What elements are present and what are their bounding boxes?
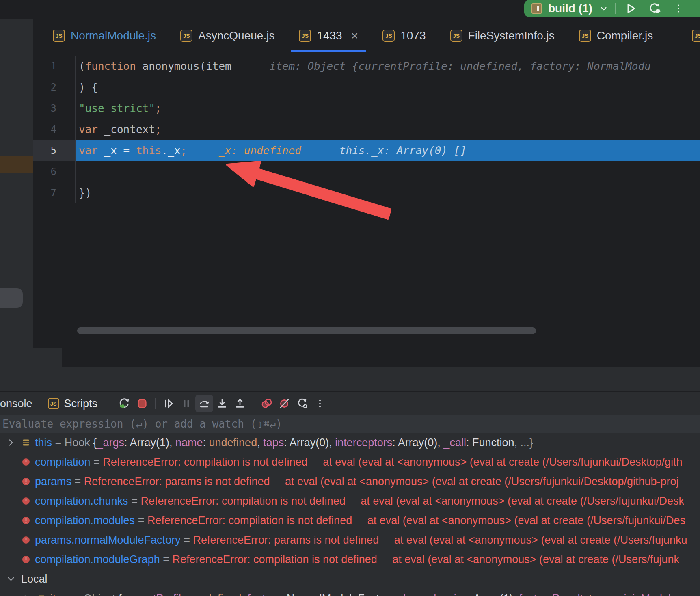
js-file-icon: JS (450, 30, 462, 42)
evaluate-placeholder: Evaluate expression (↵) or add a watch (… (0, 418, 282, 430)
npm-icon (531, 3, 542, 14)
stripe-highlight (0, 156, 33, 173)
stop-icon[interactable] (133, 395, 151, 412)
tree-section-row[interactable]: Local (0, 569, 700, 589)
tool-window-tab-stub[interactable] (0, 348, 62, 367)
run-widget[interactable]: build (1) (524, 0, 700, 17)
view-breakpoints-icon[interactable] (257, 395, 275, 412)
error-icon (21, 457, 31, 467)
tab-1073[interactable]: JS1073 (370, 19, 438, 52)
tree-row[interactable]: params = ReferenceError: params is not d… (0, 472, 700, 491)
js-file-icon: JS (299, 30, 311, 42)
divider (155, 398, 156, 409)
code-text[interactable]: var _x = this._x; _x: undefined this._x:… (76, 140, 700, 161)
tab-1433[interactable]: JS1433× (287, 19, 370, 52)
code-text[interactable]: var _context; (76, 119, 700, 140)
code-line[interactable]: 2) { (33, 77, 700, 98)
js-file-icon: JS (579, 30, 591, 42)
step-over-icon[interactable] (195, 395, 213, 412)
editor-tab-bar: JSNormalModule.jsJSAsyncQueue.jsJS1433×J… (0, 19, 700, 52)
evaluate-expression-input[interactable]: Evaluate expression (↵) or add a watch (… (0, 415, 700, 433)
step-out-icon[interactable] (231, 395, 249, 412)
run-config-label[interactable]: build (1) (548, 2, 592, 15)
tree-row[interactable]: compilation.chunks = ReferenceError: com… (0, 491, 700, 511)
code-text[interactable]: }) (76, 182, 700, 203)
line-number[interactable]: 7 (33, 182, 76, 203)
js-file-icon: JS (180, 30, 192, 42)
js-file-icon: JS (48, 398, 59, 409)
more-options-icon[interactable] (311, 395, 329, 412)
pause-icon[interactable] (177, 395, 195, 412)
tab-label: Compiler.js (597, 29, 653, 42)
tool-window-button[interactable] (0, 288, 23, 308)
horizontal-scrollbar[interactable] (77, 327, 536, 334)
tree-row[interactable]: this = Hook {_args: Array(1), name: unde… (0, 433, 700, 452)
code-text[interactable] (76, 161, 700, 182)
debug-panel: onsole JS Scripts (0, 367, 700, 596)
tab-NormalModule.js[interactable]: JSNormalModule.js (41, 19, 168, 52)
code-text[interactable]: (function anonymous(item item: Object {c… (76, 56, 700, 77)
line-number[interactable]: 1 (33, 56, 76, 77)
variable-text: item = Object {currentProfile: undefined… (50, 592, 680, 596)
variables-tree: this = Hook {_args: Array(1), name: unde… (0, 433, 700, 596)
line-number[interactable]: 5 (33, 140, 76, 161)
variable-text: this = Hook {_args: Array(1), name: unde… (35, 436, 533, 449)
code-text[interactable]: ) { (76, 77, 700, 98)
tree-row[interactable]: compilation.moduleGraph = ReferenceError… (0, 550, 700, 569)
tree-row[interactable]: compilation = ReferenceError: compilatio… (0, 452, 700, 472)
error-icon (21, 535, 31, 545)
variable-text: params.normalModuleFactory = ReferenceEr… (35, 534, 687, 546)
tab-FileSystemInfo.js[interactable]: JSFileSystemInfo.js (438, 19, 567, 52)
tree-row[interactable]: params.normalModuleFactory = ReferenceEr… (0, 530, 700, 550)
tab-label: FileSystemInfo.js (468, 29, 555, 42)
code-editor[interactable]: 1(function anonymous(item item: Object {… (33, 52, 700, 348)
rerun-debug-icon[interactable] (646, 0, 663, 17)
mute-breakpoints-icon[interactable] (275, 395, 293, 412)
rerun-debug-icon[interactable] (115, 395, 133, 412)
console-tab[interactable]: onsole (0, 397, 32, 410)
run-icon[interactable] (622, 0, 640, 17)
line-number[interactable]: 2 (33, 77, 76, 98)
chevron-down-icon[interactable] (6, 574, 16, 584)
step-into-icon[interactable] (213, 395, 231, 412)
tab-label: 1433 (317, 29, 342, 42)
chevron-down-icon[interactable] (598, 3, 609, 14)
code-line[interactable]: 7}) (33, 182, 700, 203)
js-file-icon: JS (382, 30, 395, 42)
error-icon (21, 516, 31, 525)
code-line[interactable]: 4var _context; (33, 119, 700, 140)
code-line[interactable]: 1(function anonymous(item item: Object {… (33, 56, 700, 77)
chevron-right-icon[interactable] (21, 593, 32, 596)
line-number[interactable]: 6 (33, 161, 76, 182)
line-number[interactable]: 4 (33, 119, 76, 140)
code-line[interactable]: 6 (33, 161, 700, 182)
code-lines: 1(function anonymous(item item: Object {… (33, 56, 700, 203)
title-bar: build (1) (0, 0, 700, 19)
resume-icon[interactable] (160, 395, 177, 412)
chevron-right-icon[interactable] (6, 437, 16, 448)
scripts-label: Scripts (64, 397, 98, 410)
watch-icon (37, 594, 46, 596)
tree-row[interactable]: item = Object {currentProfile: undefined… (0, 589, 700, 596)
watch-icon (21, 438, 31, 447)
tree-row[interactable]: compilation.modules = ReferenceError: co… (0, 511, 700, 530)
divider (615, 3, 616, 14)
error-icon (21, 477, 31, 486)
editor-bottom-band (0, 348, 700, 367)
tab-Compiler.js[interactable]: JSCompiler.js (567, 19, 665, 52)
tab-label: AsyncQueue.js (198, 29, 274, 42)
tab-label: 1073 (400, 29, 426, 42)
tab-AsyncQueue.js[interactable]: JSAsyncQueue.js (168, 19, 287, 52)
scripts-tab[interactable]: JS Scripts (48, 397, 98, 410)
variable-text: params = ReferenceError: params is not d… (35, 475, 679, 488)
restart-frame-icon[interactable] (293, 395, 311, 412)
close-icon[interactable]: × (351, 30, 359, 42)
error-icon (21, 496, 31, 506)
error-icon (21, 555, 31, 564)
code-text[interactable]: "use strict"; (76, 98, 700, 119)
more-options-icon[interactable] (670, 0, 687, 17)
variable-text: compilation.modules = ReferenceError: co… (35, 514, 685, 527)
code-line[interactable]: 5var _x = this._x; _x: undefined this._x… (33, 140, 700, 161)
line-number[interactable]: 3 (33, 98, 76, 119)
code-line[interactable]: 3"use strict"; (33, 98, 700, 119)
